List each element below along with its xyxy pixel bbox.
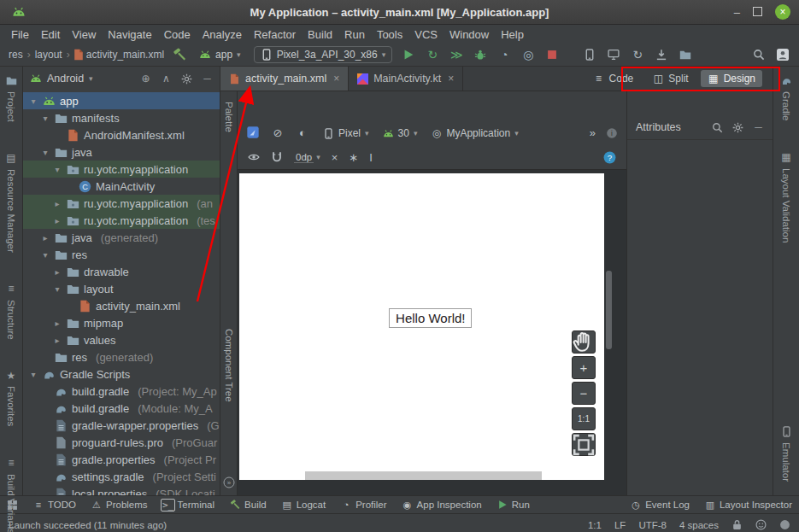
menu-file[interactable]: File — [5, 28, 35, 41]
run-config-selector[interactable]: app ▾ — [193, 47, 247, 62]
run-button[interactable] — [399, 45, 418, 64]
breadcrumb-item[interactable]: res — [7, 49, 25, 61]
tree-chevron-icon[interactable]: ▾ — [40, 114, 50, 123]
device-manager-button[interactable] — [580, 45, 599, 64]
clear-constraints-button[interactable]: × — [332, 152, 338, 163]
tree-item-app[interactable]: ▾app — [23, 92, 220, 109]
search-everywhere-button[interactable] — [749, 45, 768, 64]
theme-selector[interactable]: ◎MyApplication▾ — [431, 127, 518, 139]
tree-item-values[interactable]: ▸values — [23, 331, 220, 348]
tree-item-drawable[interactable]: ▸drawable — [23, 263, 220, 280]
tree-item-activity-main-xml[interactable]: activity_main.xml — [23, 297, 220, 314]
tree-chevron-icon[interactable]: ▾ — [40, 250, 50, 260]
zoom-fit-button[interactable] — [572, 433, 596, 456]
view-mode-split[interactable]: ◫Split — [645, 70, 695, 87]
menu-tools[interactable]: Tools — [371, 28, 408, 41]
menu-edit[interactable]: Edit — [35, 28, 66, 41]
pan-button[interactable] — [572, 330, 596, 354]
avd-manager-button[interactable] — [604, 45, 623, 64]
canvas-vertical-scrollbar[interactable] — [606, 271, 612, 349]
zoom-in-button[interactable]: + — [572, 356, 596, 379]
night-mode-button[interactable]: ◐ — [296, 126, 309, 139]
tree-chevron-icon[interactable]: ▾ — [28, 96, 38, 106]
view-options-button[interactable] — [248, 151, 260, 163]
settings-icon[interactable] — [181, 73, 192, 85]
menu-run[interactable]: Run — [338, 28, 371, 41]
close-tab-icon[interactable]: × — [448, 73, 454, 85]
select-opened-file-icon[interactable]: ⊕ — [140, 73, 151, 85]
tree-item-local-properties[interactable]: local.properties(SDK Locati — [23, 485, 220, 495]
hide-panel-icon[interactable]: ─ — [753, 122, 764, 133]
tool-button-emulator[interactable]: Emulator — [781, 426, 792, 482]
debug-button[interactable] — [471, 45, 490, 64]
tree-item-mipmap[interactable]: ▸mipmap — [23, 314, 220, 331]
apply-changes-button[interactable]: ↻ — [423, 45, 442, 64]
hide-panel-icon[interactable]: ─ — [202, 73, 213, 85]
close-button[interactable]: × — [775, 4, 790, 20]
tool-button-build[interactable]: Build — [230, 500, 267, 510]
design-canvas[interactable]: Hello World! — [239, 173, 604, 480]
tree-chevron-icon[interactable]: ▸ — [52, 216, 62, 225]
tab-activity-main-xml[interactable]: activity_main.xml× — [220, 67, 349, 91]
tab-mainactivity-kt[interactable]: MainActivity.kt× — [349, 67, 463, 91]
minimize-button[interactable]: – — [734, 7, 740, 18]
tool-button-event-log[interactable]: ◷Event Log — [631, 500, 690, 510]
tree-chevron-icon[interactable]: ▾ — [28, 370, 38, 379]
tool-button-structure[interactable]: ≡Structure — [6, 284, 17, 340]
default-margins-button[interactable]: 0dp▾ — [294, 152, 320, 163]
tool-button-layout-validation[interactable]: ▦Layout Validation — [781, 152, 792, 243]
tree-chevron-icon[interactable]: ▸ — [40, 233, 50, 243]
menu-vcs[interactable]: VCS — [408, 28, 444, 41]
sdk-manager-button[interactable] — [652, 45, 671, 64]
tool-button-build-variants[interactable]: ≡Build Variants — [6, 458, 17, 532]
tree-item-res[interactable]: ▾res — [23, 246, 220, 263]
device-selector[interactable]: Pixel▾ — [323, 127, 369, 139]
zoom-out-button[interactable]: − — [572, 382, 596, 405]
tree-item-build-gradle[interactable]: build.gradle(Module: My_A — [23, 400, 220, 417]
issue-panel-icon[interactable]: i — [606, 127, 618, 139]
tree-chevron-icon[interactable]: ▸ — [52, 267, 62, 277]
tree-item-gradle-wrapper-properties[interactable]: gradle-wrapper.properties(Gra — [23, 417, 220, 434]
settings-icon[interactable] — [732, 122, 743, 133]
menu-analyze[interactable]: Analyze — [197, 28, 248, 41]
tree-chevron-icon[interactable]: ▾ — [52, 165, 62, 174]
tool-button-terminal[interactable]: >_Terminal — [163, 500, 214, 510]
tree-item-androidmanifest-xml[interactable]: AndroidManifest.xml — [23, 126, 220, 143]
profile-button[interactable] — [773, 45, 792, 64]
api-version-selector[interactable]: 30▾ — [383, 127, 418, 139]
sync-project-button[interactable]: ↻ — [628, 45, 647, 64]
maximize-button[interactable] — [753, 7, 762, 18]
tree-item-settings-gradle[interactable]: settings.gradle(Project Setti — [23, 468, 220, 485]
tool-button-project[interactable]: Project — [6, 75, 17, 122]
canvas-horizontal-scrollbar[interactable] — [305, 471, 543, 480]
view-mode-design[interactable]: ▦Design — [701, 70, 762, 87]
tree-item-ru-yotc-myapplication[interactable]: ▸ru.yotc.myapplication(an — [23, 195, 220, 212]
tool-button-problems[interactable]: ⚠Problems — [91, 500, 148, 510]
tool-button-profiler[interactable]: ◔Profiler — [341, 500, 386, 510]
line-separator-indicator[interactable]: LF — [614, 520, 626, 530]
device-selector[interactable]: Pixel_3a_API_30_x86 ▾ — [254, 46, 393, 63]
tool-button-run[interactable]: Run — [497, 500, 530, 510]
tool-button-app-inspection[interactable]: ◉App Inspection — [402, 500, 482, 510]
zoom-indicator[interactable]: 1:1 — [588, 520, 602, 530]
encoding-indicator[interactable]: UTF-8 — [638, 520, 667, 530]
tool-button-favorites[interactable]: ★Favorites — [6, 370, 17, 426]
pack-button[interactable]: I — [369, 152, 373, 163]
apply-code-changes-button[interactable]: ≫ — [447, 45, 466, 64]
tree-chevron-icon[interactable]: ▸ — [52, 199, 62, 208]
tree-chevron-icon[interactable]: ▸ — [52, 336, 62, 345]
zoom-100-button[interactable]: 1:1 — [572, 407, 596, 430]
project-view-selector[interactable]: Android — [47, 73, 84, 85]
tree-item-proguard-rules-pro[interactable]: proguard-rules.pro(ProGuar — [23, 434, 220, 451]
tree-chevron-icon[interactable]: ▸ — [52, 319, 62, 328]
tree-item-manifests[interactable]: ▾manifests — [23, 109, 220, 126]
breadcrumb-item[interactable]: layout — [33, 49, 64, 61]
build-hammer-icon[interactable] — [173, 48, 186, 61]
tool-button-logcat[interactable]: ▤Logcat — [282, 500, 326, 510]
menu-window[interactable]: Window — [444, 28, 495, 41]
tree-item-mainactivity[interactable]: CMainActivity — [23, 178, 220, 195]
design-surface-button[interactable] — [246, 126, 260, 139]
attach-debugger-button[interactable]: ◎ — [519, 45, 538, 64]
menu-navigate[interactable]: Navigate — [102, 28, 157, 41]
tool-button-todo[interactable]: ≡TODO — [33, 500, 76, 510]
